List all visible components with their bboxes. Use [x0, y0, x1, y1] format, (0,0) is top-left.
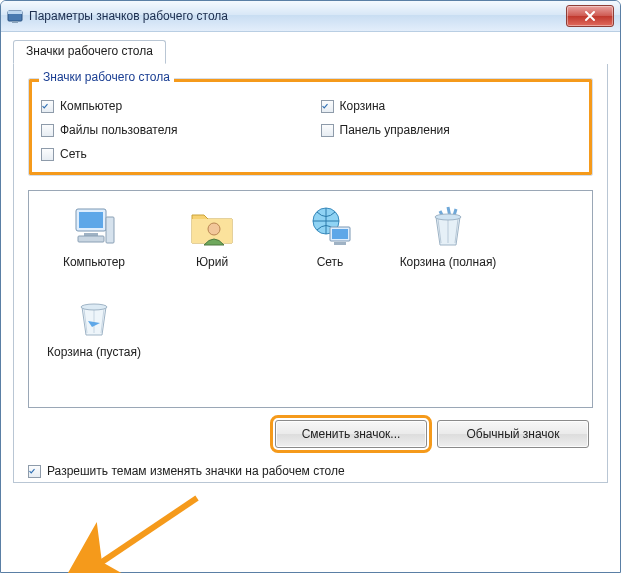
- user-folder-icon: [188, 203, 236, 251]
- icon-caption: Сеть: [275, 255, 385, 285]
- checkbox-box: [41, 148, 54, 161]
- default-icon-button[interactable]: Обычный значок: [437, 420, 589, 448]
- icon-item-network[interactable]: Сеть: [275, 203, 385, 285]
- checkbox-box: [41, 124, 54, 137]
- checkbox-label: Сеть: [60, 147, 87, 161]
- recycle-bin-full-icon: [424, 203, 472, 251]
- window-icon: [7, 8, 23, 24]
- button-label: Обычный значок: [466, 427, 559, 441]
- svg-rect-1: [8, 11, 22, 14]
- button-label: Сменить значок...: [302, 427, 401, 441]
- group-legend: Значки рабочего стола: [39, 70, 174, 84]
- network-icon: [306, 203, 354, 251]
- icon-row: Компьютер Юрий: [39, 203, 582, 375]
- change-icon-button[interactable]: Сменить значок...: [275, 420, 427, 448]
- recycle-bin-empty-icon: [70, 293, 118, 341]
- svg-rect-7: [106, 217, 114, 243]
- titlebar: Параметры значков рабочего стола: [1, 1, 620, 32]
- svg-point-13: [435, 214, 461, 220]
- checkbox-box: [41, 100, 54, 113]
- checkbox-label: Компьютер: [60, 99, 122, 113]
- checkbox-grid: Компьютер Корзина Файлы пользователя: [41, 99, 580, 161]
- checkbox-label: Корзина: [340, 99, 386, 113]
- client-area: Значки рабочего стола Значки рабочего ст…: [1, 32, 620, 572]
- icon-item-computer[interactable]: Компьютер: [39, 203, 149, 285]
- checkbox-computer[interactable]: Компьютер: [41, 99, 301, 113]
- icon-caption: Корзина (пустая): [39, 345, 149, 375]
- checkbox-box: [321, 100, 334, 113]
- svg-point-14: [81, 304, 107, 310]
- dialog-window: Параметры значков рабочего стола Значки …: [0, 0, 621, 573]
- computer-icon: [70, 203, 118, 251]
- checkbox-label: Файлы пользователя: [60, 123, 177, 137]
- tab-strip: Значки рабочего стола: [13, 40, 608, 65]
- annotation-arrow-icon: [67, 492, 207, 573]
- svg-rect-12: [334, 242, 346, 245]
- checkbox-box: [321, 124, 334, 137]
- icon-item-user[interactable]: Юрий: [157, 203, 267, 285]
- svg-point-8: [208, 223, 220, 235]
- tab-panel: Значки рабочего стола Компьютер Корзина: [13, 64, 608, 483]
- checkbox-recycle[interactable]: Корзина: [321, 99, 581, 113]
- checkbox-allow-themes[interactable]: Разрешить темам изменять значки на рабоч…: [28, 464, 593, 478]
- icon-caption: Компьютер: [39, 255, 149, 285]
- checkbox-box: [28, 465, 41, 478]
- group-desktop-icons: Значки рабочего стола Компьютер Корзина: [28, 78, 593, 176]
- checkbox-label: Панель управления: [340, 123, 450, 137]
- close-button[interactable]: [566, 5, 614, 27]
- checkbox-controlpanel[interactable]: Панель управления: [321, 123, 581, 137]
- tab-label: Значки рабочего стола: [26, 44, 153, 58]
- svg-rect-6: [78, 236, 104, 242]
- window-title: Параметры значков рабочего стола: [29, 9, 566, 23]
- icon-item-recycle-empty[interactable]: Корзина (пустая): [39, 293, 149, 375]
- icon-caption: Корзина (полная): [393, 255, 503, 285]
- tab-desktop-icons[interactable]: Значки рабочего стола: [13, 40, 166, 64]
- icon-preview-area: Компьютер Юрий: [28, 190, 593, 408]
- svg-rect-11: [332, 229, 348, 239]
- button-row: Сменить значок... Обычный значок: [28, 420, 593, 448]
- svg-rect-4: [79, 212, 103, 228]
- icon-item-recycle-full[interactable]: Корзина (полная): [393, 203, 503, 285]
- svg-rect-2: [12, 21, 18, 23]
- icon-caption: Юрий: [157, 255, 267, 285]
- checkbox-userfiles[interactable]: Файлы пользователя: [41, 123, 301, 137]
- checkbox-network[interactable]: Сеть: [41, 147, 301, 161]
- checkbox-label: Разрешить темам изменять значки на рабоч…: [47, 464, 345, 478]
